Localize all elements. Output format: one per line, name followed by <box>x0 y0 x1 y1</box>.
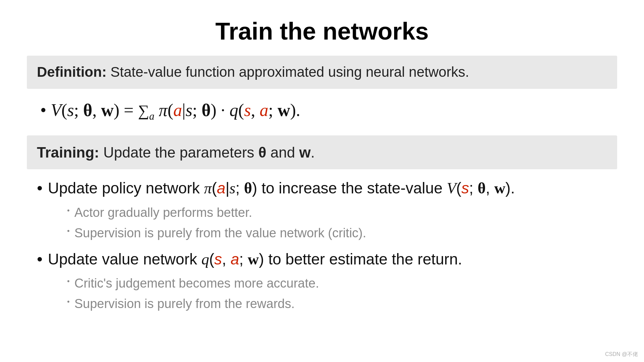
bullet-policy-network: • Update policy network π(a|s; θ) to inc… <box>37 177 617 199</box>
sub-dot-1-2: • <box>67 224 70 238</box>
sub-dot-1-1: • <box>67 203 70 218</box>
bullet-dot-1: • <box>37 177 43 199</box>
bullet-2-subs: • Critic's judgement becomes more accura… <box>37 274 617 313</box>
slide-container: Train the networks Definition: State-val… <box>0 0 644 362</box>
bullet-dot-2: • <box>37 248 43 270</box>
formula-line: • V(s; θ, w) = ∑a π(a|s; θ) · q(s, a; w)… <box>27 95 617 127</box>
bullet-sub-1-2: • Supervision is purely from the value n… <box>67 224 617 242</box>
sub-text-2-2: Supervision is purely from the rewards. <box>74 295 295 313</box>
bullet-sub-2-2: • Supervision is purely from the rewards… <box>67 295 617 313</box>
definition-label: Definition: <box>37 64 107 80</box>
training-body: Update the parameters θ and w. <box>99 144 315 161</box>
definition-text: Definition: State-value function approxi… <box>37 64 469 80</box>
definition-body: State-value function approximated using … <box>107 64 469 80</box>
training-box: Training: Update the parameters θ and w. <box>27 135 617 169</box>
bullet-1-text: Update policy network π(a|s; θ) to incre… <box>48 177 515 199</box>
slide-title: Train the networks <box>27 13 617 56</box>
training-label: Training: <box>37 144 99 161</box>
sub-text-1-2: Supervision is purely from the value net… <box>74 224 366 242</box>
bullet-value-network: • Update value network q(s, a; w) to bet… <box>37 248 617 270</box>
bullet-sub-1-1: • Actor gradually performs better. <box>67 203 617 222</box>
sub-dot-2-2: • <box>67 295 70 309</box>
training-text: Training: Update the parameters θ and w. <box>37 144 315 161</box>
sub-text-1-1: Actor gradually performs better. <box>74 203 252 222</box>
watermark: CSDN @不佬 <box>605 351 638 358</box>
bullet-2-text: Update value network q(s, a; w) to bette… <box>48 248 462 270</box>
bullet-1-subs: • Actor gradually performs better. • Sup… <box>37 203 617 242</box>
formula-display: • V(s; θ, w) = ∑a π(a|s; θ) · q(s, a; w)… <box>40 101 300 120</box>
bullet-sub-2-1: • Critic's judgement becomes more accura… <box>67 274 617 293</box>
sub-dot-2-1: • <box>67 274 70 288</box>
sub-text-2-1: Critic's judgement becomes more accurate… <box>74 274 319 293</box>
bullets-section: • Update policy network π(a|s; θ) to inc… <box>27 177 617 316</box>
definition-box: Definition: State-value function approxi… <box>27 56 617 89</box>
